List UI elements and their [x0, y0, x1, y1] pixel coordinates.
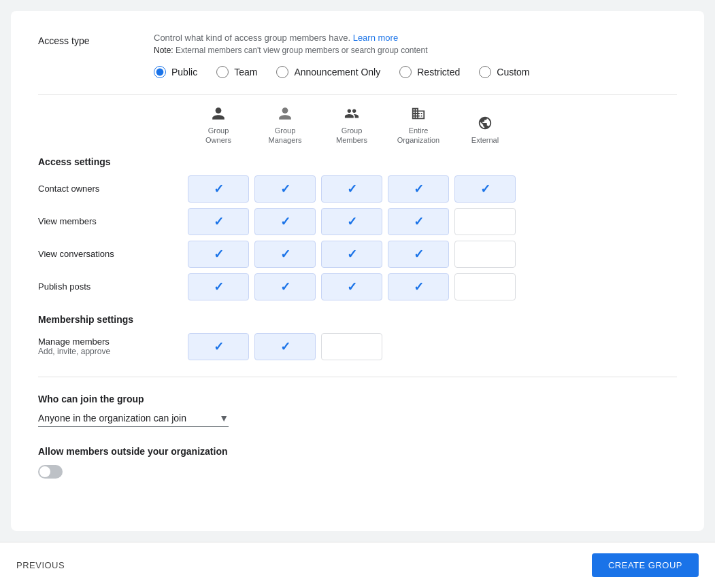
note-text: Note: External members can't view group … [154, 46, 677, 55]
footer: PREVIOUS CREATE GROUP [0, 542, 715, 588]
access-settings-title: Access settings [38, 156, 677, 167]
cell-view-conv-3[interactable]: ✓ [321, 241, 382, 268]
row-contact-owners: Contact owners ✓ ✓ ✓ ✓ ✓ [38, 175, 677, 203]
toggle-slider [38, 465, 63, 479]
col-entire-org: EntireOrganization [388, 106, 449, 145]
cell-view-members-5[interactable] [454, 208, 516, 235]
cell-publish-4[interactable]: ✓ [388, 273, 449, 300]
settings-card: Access type Control what kind of access … [11, 11, 704, 531]
main-container: Access type Control what kind of access … [0, 0, 715, 542]
learn-more-link[interactable]: Learn more [353, 33, 398, 43]
radio-announcement[interactable]: Announcement Only [276, 66, 380, 78]
outside-org-toggle[interactable] [38, 465, 63, 479]
divider-2 [38, 377, 677, 377]
radio-team[interactable]: Team [216, 66, 257, 78]
view-members-cells: ✓ ✓ ✓ ✓ [188, 208, 516, 235]
previous-button[interactable]: PREVIOUS [16, 560, 65, 570]
row-view-members: View members ✓ ✓ ✓ ✓ [38, 208, 677, 235]
radio-public[interactable]: Public [154, 66, 197, 78]
cell-view-members-2[interactable]: ✓ [254, 208, 316, 235]
access-type-content: Control what kind of access group member… [154, 33, 677, 78]
create-group-button[interactable]: CREATE GROUP [592, 553, 699, 577]
view-conversations-label: View conversations [38, 249, 188, 259]
row-view-conversations: View conversations ✓ ✓ ✓ ✓ [38, 241, 677, 268]
access-type-section: Access type Control what kind of access … [38, 33, 677, 78]
group-icon [344, 106, 359, 123]
col-managers: GroupManagers [254, 106, 316, 145]
who-can-join-section: Who can join the group Anyone in the org… [38, 394, 677, 427]
cell-manage-3[interactable] [321, 333, 382, 360]
person-outline-icon [278, 106, 293, 123]
col-external: External [454, 116, 516, 145]
divider-1 [38, 94, 677, 95]
who-can-join-label: Who can join the group [38, 394, 677, 404]
col-members-label: GroupMembers [336, 126, 367, 145]
row-manage-members: Manage members Add, invite, approve ✓ ✓ [38, 333, 677, 360]
person-icon [211, 106, 226, 123]
row-publish-posts: Publish posts ✓ ✓ ✓ ✓ [38, 273, 677, 300]
cell-contact-owners-5[interactable]: ✓ [454, 175, 516, 203]
cell-view-members-4[interactable]: ✓ [388, 208, 449, 235]
public-icon [478, 116, 493, 133]
cell-view-conv-2[interactable]: ✓ [254, 241, 316, 268]
radio-restricted[interactable]: Restricted [399, 66, 460, 78]
outside-org-label: Allow members outside your organization [38, 446, 677, 457]
membership-settings-title: Membership settings [38, 314, 677, 325]
col-members: GroupMembers [321, 106, 382, 145]
cell-view-conv-5[interactable] [454, 241, 516, 268]
contact-owners-cells: ✓ ✓ ✓ ✓ ✓ [188, 175, 516, 203]
join-dropdown-value: Anyone in the organization can join [38, 413, 219, 423]
column-headers: GroupOwners GroupManagers [188, 106, 677, 145]
cell-contact-owners-3[interactable]: ✓ [321, 175, 382, 203]
join-dropdown-arrow: ▼ [219, 413, 229, 423]
publish-posts-label: Publish posts [38, 281, 188, 292]
cell-view-conv-1[interactable]: ✓ [188, 241, 249, 268]
radio-custom[interactable]: Custom [479, 66, 529, 78]
description: Control what kind of access group member… [154, 33, 677, 43]
cell-contact-owners-2[interactable]: ✓ [254, 175, 316, 203]
cell-publish-1[interactable]: ✓ [188, 273, 249, 300]
access-table: GroupOwners GroupManagers [38, 106, 677, 360]
col-owners: GroupOwners [188, 106, 249, 145]
view-members-label: View members [38, 216, 188, 226]
col-entire-org-label: EntireOrganization [397, 126, 439, 145]
manage-members-cells: ✓ ✓ [188, 333, 382, 360]
cell-publish-3[interactable]: ✓ [321, 273, 382, 300]
business-icon [411, 106, 426, 123]
cell-view-conv-4[interactable]: ✓ [388, 241, 449, 268]
join-dropdown[interactable]: Anyone in the organization can join ▼ [38, 413, 229, 427]
col-managers-label: GroupManagers [269, 126, 302, 145]
cell-manage-2[interactable]: ✓ [254, 333, 316, 360]
publish-posts-cells: ✓ ✓ ✓ ✓ [188, 273, 516, 300]
cell-publish-2[interactable]: ✓ [254, 273, 316, 300]
cell-manage-1[interactable]: ✓ [188, 333, 249, 360]
cell-contact-owners-4[interactable]: ✓ [388, 175, 449, 203]
cell-publish-5[interactable] [454, 273, 516, 300]
outside-org-section: Allow members outside your organization [38, 446, 677, 479]
cell-contact-owners-1[interactable]: ✓ [188, 175, 249, 203]
col-owners-label: GroupOwners [205, 126, 231, 145]
col-external-label: External [471, 135, 499, 145]
manage-members-label: Manage members Add, invite, approve [38, 336, 188, 356]
view-conversations-cells: ✓ ✓ ✓ ✓ [188, 241, 516, 268]
radio-group: Public Team Announcement Only Restricted [154, 66, 677, 78]
cell-view-members-3[interactable]: ✓ [321, 208, 382, 235]
cell-view-members-1[interactable]: ✓ [188, 208, 249, 235]
contact-owners-label: Contact owners [38, 184, 188, 194]
access-type-label: Access type [38, 33, 127, 46]
